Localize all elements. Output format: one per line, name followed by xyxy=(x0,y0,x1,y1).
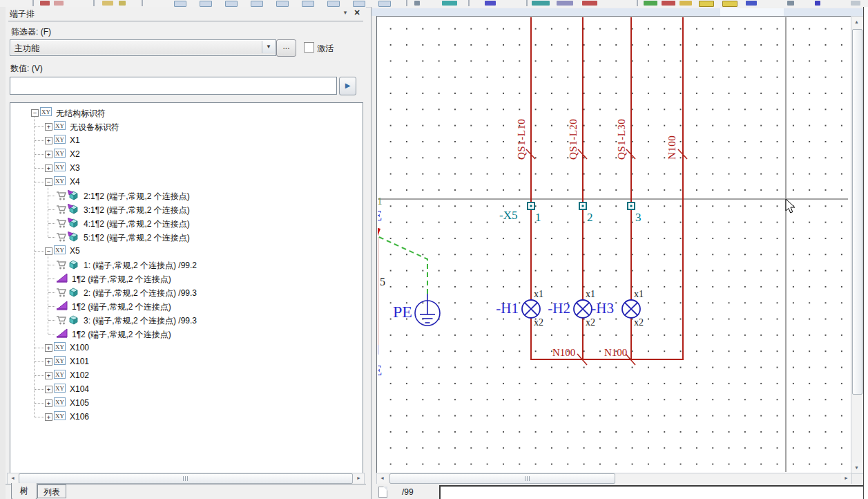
apply-value-button[interactable]: ▶ xyxy=(339,77,356,95)
canvas-horizontal-scrollbar[interactable]: ◄ ► xyxy=(376,473,852,484)
tree-item-X104[interactable]: +XYX104 xyxy=(10,382,363,396)
bottom-wire-label-n100[interactable]: N100 xyxy=(604,347,627,359)
page-tab-empty-box[interactable] xyxy=(439,485,868,499)
filter-combobox[interactable]: 主功能 ▼ xyxy=(10,39,276,56)
terminal-point-3[interactable] xyxy=(628,203,635,209)
toolbar-icon-fragment[interactable] xyxy=(485,1,496,6)
tree-item-X2[interactable]: +XYX2 xyxy=(10,147,363,161)
tab-list[interactable]: 列表 xyxy=(37,484,66,498)
scroll-left-icon[interactable]: ◄ xyxy=(8,473,18,482)
tree-horizontal-scrollbar[interactable]: ◄ ► xyxy=(7,473,365,484)
toolbar-icon-fragment[interactable] xyxy=(251,1,263,7)
wire-label-qs1-l30[interactable]: QS1-L30 xyxy=(616,99,628,160)
collapse-icon[interactable]: − xyxy=(45,178,52,186)
tab-tree[interactable]: 树 xyxy=(11,483,37,499)
tree-item-X106[interactable]: +XYX106 xyxy=(10,410,363,424)
terminal-number-1[interactable]: 1 xyxy=(535,211,541,225)
toolbar-icon-fragment[interactable] xyxy=(746,1,757,6)
toolbar-icon-fragment[interactable] xyxy=(582,1,597,6)
toolbar-icon-fragment[interactable] xyxy=(174,1,186,7)
tree-item-node[interactable]: +XY无设备标识符 xyxy=(10,120,363,133)
pe-label[interactable]: PE xyxy=(393,303,412,321)
expand-icon[interactable]: + xyxy=(45,413,52,421)
collapse-icon[interactable]: − xyxy=(31,109,39,117)
scroll-left-icon[interactable]: ◄ xyxy=(377,473,387,482)
tree-item-terminal[interactable]: 4:1¶2 (端子,常规,2 个连接点) xyxy=(10,216,363,230)
tree-item-terminal[interactable]: 2: (端子,常规,2 个连接点) /99.3 xyxy=(10,285,363,299)
toolbar-icon-fragment[interactable] xyxy=(532,1,550,6)
toolbar-icon-fragment[interactable] xyxy=(679,1,692,6)
tree-item-terminal[interactable]: 1¶2 (端子,常规,2 个连接点) xyxy=(10,299,363,313)
pe-dashed-connection[interactable] xyxy=(379,237,427,294)
toolbar-icon-fragment[interactable] xyxy=(442,1,457,6)
expand-icon[interactable]: + xyxy=(45,164,52,172)
toolbar-icon-fragment[interactable] xyxy=(225,1,238,7)
toolbar-icon-fragment[interactable] xyxy=(662,1,675,6)
scrollbar-thumb[interactable] xyxy=(19,473,353,484)
toolbar-icon-fragment[interactable] xyxy=(815,1,820,6)
lamp-label-h2[interactable]: -H2 xyxy=(539,300,570,317)
expand-icon[interactable]: + xyxy=(45,344,52,352)
close-icon[interactable]: ✕ xyxy=(352,8,362,19)
terminal-tree[interactable]: −XY无结构标识符+XY无设备标识符+XYX1+XYX2+XYX3−XYX42:… xyxy=(10,102,363,474)
tree-item-terminal[interactable]: 3:1¶2 (端子,常规,2 个连接点) xyxy=(10,203,363,216)
chevron-down-icon[interactable]: ▼ xyxy=(262,41,275,53)
toolbar-icon-fragment[interactable] xyxy=(40,1,50,6)
toolbar-icon-fragment[interactable] xyxy=(414,1,420,6)
value-input[interactable] xyxy=(10,77,337,95)
bottom-wire-label-n100[interactable]: N100 xyxy=(552,347,575,359)
toolbar-icon-fragment[interactable] xyxy=(378,1,391,7)
canvas-vertical-scrollbar[interactable]: ▲ ▼ xyxy=(851,16,864,474)
scroll-down-icon[interactable]: ▼ xyxy=(851,462,862,473)
expand-icon[interactable]: + xyxy=(45,358,52,366)
wire-label-qs1-l20[interactable]: QS1-L20 xyxy=(568,99,579,160)
scroll-up-icon[interactable]: ▲ xyxy=(851,17,862,28)
scroll-right-icon[interactable]: ► xyxy=(841,473,851,482)
terminal-number-3[interactable]: 3 xyxy=(635,211,642,225)
lamp-label-h1[interactable]: -H1 xyxy=(487,300,519,317)
toolbar-icon-fragment[interactable] xyxy=(353,1,365,7)
tree-item-X102[interactable]: +XYX102 xyxy=(10,368,363,382)
collapse-icon[interactable]: − xyxy=(45,247,52,255)
tree-item-X100[interactable]: +XYX100 xyxy=(10,341,363,355)
activate-checkbox[interactable] xyxy=(304,42,314,53)
tree-item-X101[interactable]: +XYX101 xyxy=(10,355,363,368)
filter-browse-button[interactable]: ... xyxy=(276,39,296,57)
terminal-strip-label[interactable]: -X5 xyxy=(499,209,517,223)
expand-icon[interactable]: + xyxy=(45,372,52,379)
panel-menu-icon[interactable]: ▾ xyxy=(341,9,349,19)
toolbar-icon-fragment[interactable] xyxy=(722,1,737,7)
toolbar-icon-fragment[interactable] xyxy=(276,1,289,7)
toolbar-icon-fragment[interactable] xyxy=(119,1,126,6)
tree-item-terminal[interactable]: 3: (端子,常规,2 个连接点) /99.3 xyxy=(10,313,363,327)
toolbar-icon-fragment[interactable] xyxy=(200,1,212,7)
drawing-viewport[interactable]: QS1-L10 QS1-L20 QS1-L30 N100 -X5 1 2 3 -… xyxy=(376,16,851,473)
lamp-symbol-h1[interactable] xyxy=(522,300,540,318)
tree-item-node[interactable]: −XY无结构标识符 xyxy=(10,106,363,120)
expand-icon[interactable]: + xyxy=(45,399,52,407)
terminal-point-1[interactable] xyxy=(528,203,534,209)
earth-ground-symbol[interactable] xyxy=(415,294,440,326)
toolbar-icon-fragment[interactable] xyxy=(557,1,573,6)
tree-item-terminal[interactable]: 1: (端子,常规,2 个连接点) /99.2 xyxy=(10,258,363,272)
tree-item-terminal[interactable]: 1¶2 (端子,常规,2 个连接点) xyxy=(10,272,363,285)
toolbar-icon-fragment[interactable] xyxy=(851,1,860,6)
expand-icon[interactable]: + xyxy=(45,386,52,393)
toolbar-icon-fragment[interactable] xyxy=(644,1,657,6)
tree-item-X4[interactable]: −XYX4 xyxy=(10,175,363,189)
tree-item-X3[interactable]: +XYX3 xyxy=(10,161,363,175)
tree-item-terminal[interactable]: 1¶2 (端子,常规,2 个连接点) xyxy=(10,327,363,341)
toolbar-icon-fragment[interactable] xyxy=(699,1,714,7)
lamp-symbol-h3[interactable] xyxy=(622,300,640,318)
expand-icon[interactable]: + xyxy=(45,137,52,144)
tree-item-X105[interactable]: +XYX105 xyxy=(10,396,363,410)
toolbar-icon-fragment[interactable] xyxy=(327,1,340,7)
wire-label-qs1-l10[interactable]: QS1-L10 xyxy=(516,99,528,160)
wire-label-n100[interactable]: N100 xyxy=(666,121,678,160)
scrollbar-thumb[interactable] xyxy=(389,473,615,484)
tree-item-terminal[interactable]: 5:1¶2 (端子,常规,2 个连接点) xyxy=(10,230,363,244)
tree-item-X5[interactable]: −XYX5 xyxy=(10,244,363,258)
toolbar-icon-fragment[interactable] xyxy=(787,1,794,6)
toolbar-icon-fragment[interactable] xyxy=(102,1,113,6)
toolbar-icon-fragment[interactable] xyxy=(302,1,314,7)
